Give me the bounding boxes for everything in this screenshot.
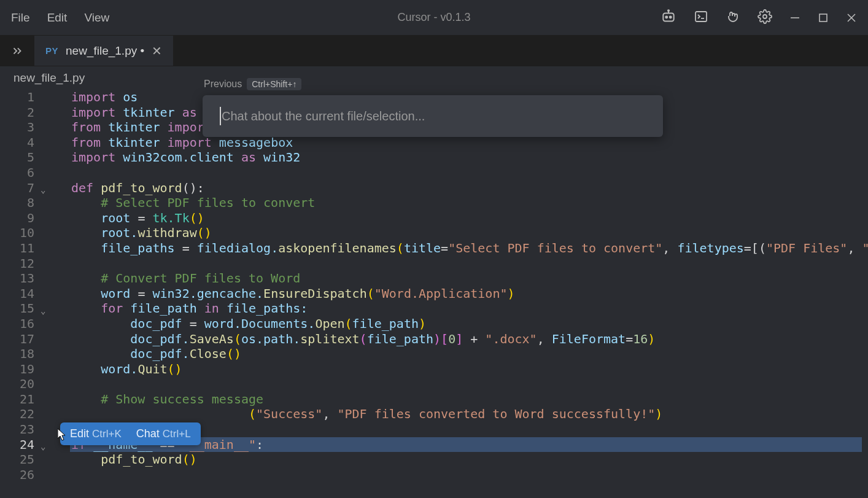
svg-point-4 (668, 10, 669, 11)
line-number: 6 (0, 165, 34, 181)
line-number: 18 (0, 346, 34, 362)
line-number: 17 (0, 332, 34, 347)
edit-action[interactable]: Edit Ctrl+K (70, 427, 122, 440)
line-number: 16 (0, 316, 34, 332)
line-number: 5 (0, 150, 34, 165)
menu-edit[interactable]: Edit (47, 11, 68, 25)
chat-previous-hint[interactable]: Previous Ctrl+Shift+↑ (204, 78, 301, 90)
tab-overflow-icon[interactable] (0, 36, 34, 66)
tab-close-icon[interactable]: ✕ (152, 44, 162, 58)
svg-rect-0 (663, 13, 673, 21)
close-icon[interactable] (846, 12, 857, 23)
svg-point-2 (670, 16, 672, 18)
line-number-gutter: 1 2 3 4 5 6 7 8 9 10 11 12 13 14 15 16 1… (0, 90, 56, 482)
inline-action-tooltip: Edit Ctrl+K Chat Ctrl+L (60, 422, 201, 445)
window-title: Cursor - v0.1.3 (397, 11, 470, 24)
titlebar-actions (661, 9, 857, 27)
python-file-icon: PY (45, 45, 58, 56)
line-number: 22 (0, 407, 34, 422)
line-number: 25 (0, 452, 34, 467)
line-number: 11 (0, 241, 34, 256)
svg-point-1 (665, 16, 667, 18)
mouse-cursor-icon (58, 429, 68, 443)
chat-action[interactable]: Chat Ctrl+L (136, 427, 191, 440)
previous-shortcut: Ctrl+Shift+↑ (247, 78, 301, 90)
tab-bar: PY new_file_1.py • ✕ (0, 36, 868, 66)
robot-icon[interactable] (661, 9, 676, 27)
fold-chevron-icon[interactable]: ⌄ (41, 439, 45, 454)
line-number: 15 (0, 301, 34, 316)
menu-bar: File Edit View (11, 11, 109, 25)
line-number: 8 (0, 195, 34, 211)
line-number: 2 (0, 105, 34, 120)
minimize-icon[interactable] (789, 12, 800, 23)
text-cursor (220, 107, 221, 125)
menu-view[interactable]: View (84, 11, 109, 25)
wave-icon[interactable] (726, 9, 740, 26)
terminal-icon[interactable] (694, 9, 708, 26)
previous-label: Previous (204, 79, 242, 90)
line-number: 3 (0, 120, 34, 135)
gear-icon[interactable] (758, 9, 772, 26)
line-number: 13 (0, 271, 34, 286)
line-number: 19 (0, 362, 34, 377)
line-number: 20 (0, 376, 34, 392)
fold-chevron-icon[interactable]: ⌄ (41, 182, 45, 198)
line-number: 1 (0, 90, 34, 105)
chat-input-popup[interactable] (203, 95, 663, 137)
maximize-icon[interactable] (818, 12, 829, 23)
line-number: 12 (0, 256, 34, 271)
line-number: 7 (0, 181, 34, 196)
line-number: 14 (0, 286, 34, 302)
svg-rect-5 (696, 12, 707, 21)
line-number: 23 (0, 422, 34, 437)
line-number: 4 (0, 135, 34, 150)
chat-input[interactable] (222, 109, 646, 123)
svg-point-7 (763, 15, 767, 18)
line-number: 21 (0, 392, 34, 407)
svg-rect-9 (820, 14, 827, 21)
fold-chevron-icon[interactable]: ⌄ (41, 303, 45, 319)
line-number: 26 (0, 467, 34, 483)
tab-filename: new_file_1.py • (66, 44, 144, 58)
line-number: 10 (0, 225, 34, 241)
title-bar: File Edit View Cursor - v0.1.3 (0, 0, 868, 36)
menu-file[interactable]: File (11, 11, 30, 25)
line-number: 9 (0, 211, 34, 226)
editor-scrollbar[interactable] (858, 90, 867, 498)
line-number: 24 (0, 437, 34, 453)
editor-tab[interactable]: PY new_file_1.py • ✕ (34, 36, 173, 66)
breadcrumb[interactable]: new_file_1.py (0, 66, 868, 90)
